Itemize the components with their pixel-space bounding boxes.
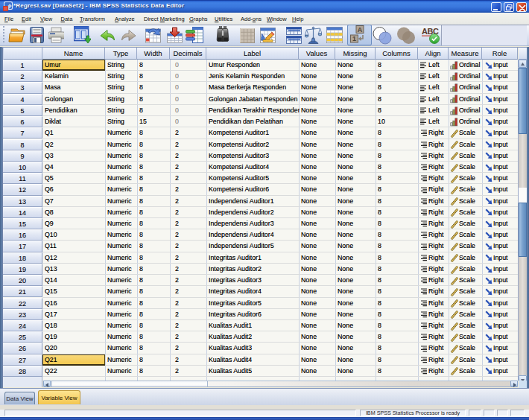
svg-text:A: A	[358, 26, 363, 34]
svg-text:1: 1	[352, 35, 356, 42]
